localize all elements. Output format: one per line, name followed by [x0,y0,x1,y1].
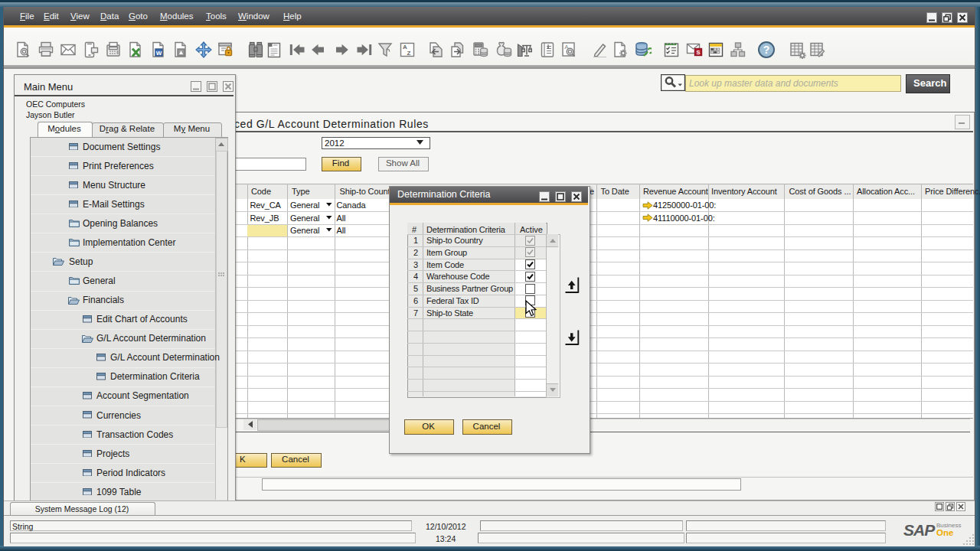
svg-text:?: ? [763,44,770,56]
svg-text:S: S [696,49,700,56]
svg-text:W: W [156,50,162,57]
svg-text:Z: Z [407,50,411,57]
